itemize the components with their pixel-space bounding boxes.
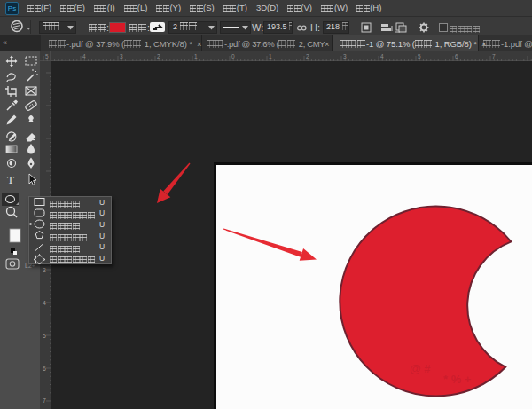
svg-text:7: 7 — [43, 397, 46, 404]
svg-text:5: 5 — [43, 333, 46, 339]
svg-text:1: 1 — [194, 53, 198, 59]
svg-text:@ #: @ # — [410, 362, 431, 375]
svg-text:7: 7 — [492, 53, 496, 59]
svg-text:1: 1 — [269, 53, 272, 59]
svg-text:U: U — [99, 254, 105, 263]
svg-text:U: U — [99, 242, 105, 251]
svg-text:T: T — [7, 173, 14, 186]
svg-text:0: 0 — [231, 53, 235, 59]
svg-text:3: 3 — [343, 53, 347, 59]
svg-text:U: U — [99, 220, 105, 229]
svg-text:4: 4 — [82, 53, 86, 59]
svg-text:U: U — [99, 232, 105, 240]
svg-text:4: 4 — [380, 53, 384, 59]
svg-text:U: U — [99, 198, 105, 207]
svg-text:6: 6 — [455, 53, 458, 59]
svg-text:6: 6 — [43, 366, 46, 372]
svg-text:2: 2 — [157, 53, 160, 59]
svg-text:* % +: * % + — [443, 373, 472, 386]
svg-text:5: 5 — [45, 53, 49, 59]
svg-text:3: 3 — [120, 53, 123, 59]
svg-text:2: 2 — [306, 53, 309, 59]
svg-text:U: U — [99, 208, 105, 217]
svg-text:5: 5 — [418, 53, 421, 59]
svg-text:4: 4 — [43, 300, 46, 306]
svg-text:3: 3 — [43, 267, 46, 273]
